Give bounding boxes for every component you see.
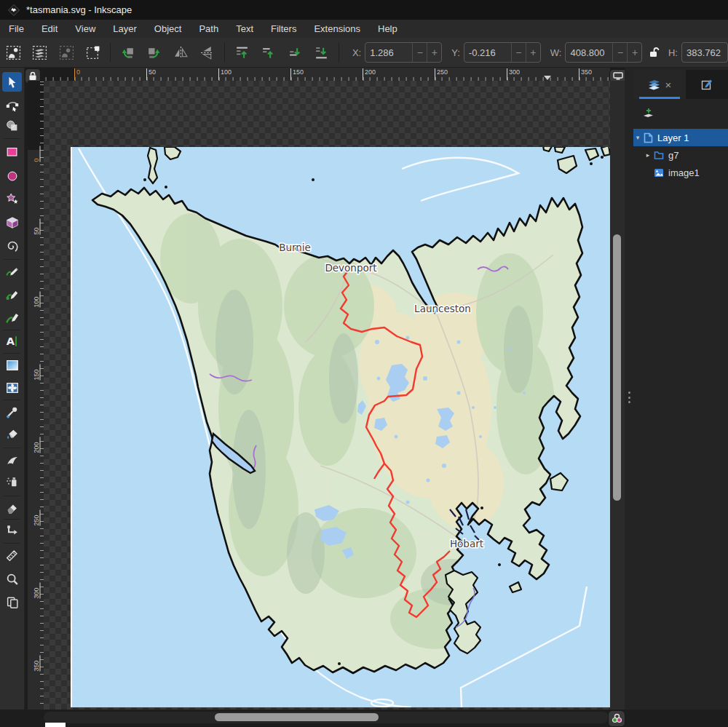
y-label: Y: — [451, 47, 460, 58]
height-input[interactable] — [682, 43, 728, 62]
toolbar-separator — [110, 43, 111, 62]
menu-help[interactable]: Help — [369, 20, 406, 38]
layer-doc-icon — [644, 132, 653, 143]
ruler-label: 350 — [579, 68, 592, 80]
tweak-tool-icon[interactable] — [2, 450, 22, 469]
layer-row-image1[interactable]: image1 — [633, 164, 728, 181]
lock-open-icon[interactable] — [644, 42, 664, 63]
ruler-cursor-marker — [544, 76, 551, 80]
canvas[interactable]: Burnie Devonport Launceston Hobart — [44, 81, 610, 710]
pages-tool-icon[interactable] — [2, 592, 22, 612]
ruler-label: 50 — [146, 68, 156, 80]
y-decrement-button[interactable]: − — [511, 43, 526, 62]
layer-label: g7 — [668, 150, 678, 161]
rectangle-tool-icon[interactable] — [2, 142, 22, 162]
svg-text:A: A — [6, 335, 15, 347]
x-increment-button[interactable]: + — [427, 43, 441, 62]
raise-icon[interactable] — [258, 42, 279, 63]
selection-frame-icon[interactable] — [83, 42, 103, 63]
tab-objects[interactable] — [686, 70, 728, 99]
menu-text[interactable]: Text — [227, 20, 262, 38]
rotate-ccw-icon[interactable] — [117, 42, 138, 63]
dropper-tool-icon[interactable] — [2, 402, 22, 421]
ellipse-tool-icon[interactable] — [2, 166, 22, 186]
menu-path[interactable]: Path — [190, 20, 227, 38]
menu-file[interactable]: File — [0, 20, 33, 38]
flip-vertical-icon[interactable] — [197, 42, 218, 63]
lower-icon[interactable] — [285, 42, 305, 63]
panel-divider[interactable] — [625, 68, 633, 710]
deselect-icon[interactable] — [57, 42, 77, 63]
ruler-label: 100 — [218, 68, 232, 80]
eraser-tool-icon[interactable] — [2, 498, 22, 517]
spiral-tool-icon[interactable] — [2, 236, 22, 255]
title-bar: *tasmania.svg - Inkscape — [0, 0, 728, 20]
menu-bar: File Edit View Layer Object Path Text Fi… — [0, 20, 728, 39]
connector-tool-icon[interactable] — [2, 521, 22, 541]
menu-filters[interactable]: Filters — [262, 20, 305, 38]
menu-view[interactable]: View — [66, 20, 104, 38]
select-all-layers-icon[interactable] — [30, 42, 50, 63]
node-editor-tool-icon[interactable] — [2, 94, 22, 114]
y-increment-button[interactable]: + — [526, 43, 540, 62]
w-decrement-button[interactable]: − — [612, 43, 627, 62]
panel-drag-handle-icon[interactable] — [627, 392, 631, 403]
menu-extensions[interactable]: Extensions — [305, 20, 369, 38]
layer-row-g7[interactable]: ▸ g7 — [633, 146, 728, 164]
horizontal-ruler[interactable]: 0 50 100 150 200 250 300 350 — [44, 68, 610, 81]
city-label-hobart: Hobart — [450, 538, 483, 549]
width-input[interactable] — [566, 43, 612, 62]
w-increment-button[interactable]: + — [627, 43, 641, 62]
measure-tool-icon[interactable] — [2, 545, 22, 565]
vertical-scrollbar-thumb[interactable] — [613, 234, 621, 501]
ruler-label: 250 — [435, 68, 448, 80]
menu-object[interactable]: Object — [146, 20, 191, 38]
raise-to-top-icon[interactable] — [232, 42, 252, 63]
vertical-ruler[interactable]: 0 50 100 150 200 250 300 350 — [28, 81, 44, 710]
selector-tool-icon[interactable] — [2, 72, 22, 92]
ruler-label: 350 — [33, 656, 41, 672]
ruler-label: 200 — [33, 437, 41, 453]
menu-edit[interactable]: Edit — [33, 20, 66, 38]
ruler-label: 250 — [33, 510, 41, 526]
zoom-tool-icon[interactable] — [2, 569, 22, 589]
paint-bucket-tool-icon[interactable] — [2, 424, 22, 444]
add-layer-button[interactable] — [639, 104, 658, 123]
menu-layer[interactable]: Layer — [104, 20, 146, 38]
calligraphy-tool-icon[interactable] — [2, 308, 22, 327]
text-tool-icon[interactable]: A — [2, 331, 22, 351]
ruler-label: 0 — [74, 68, 80, 80]
pen-tool-icon[interactable] — [2, 285, 22, 304]
lower-to-bottom-icon[interactable] — [312, 42, 332, 63]
pencil-tool-icon[interactable] — [2, 261, 22, 281]
toolbar-separator — [224, 43, 225, 62]
group-folder-icon — [654, 151, 664, 160]
city-label-devonport: Devonport — [325, 262, 376, 274]
horizontal-scrollbar[interactable] — [44, 712, 609, 723]
flip-horizontal-icon[interactable] — [170, 42, 191, 63]
y-input[interactable] — [464, 43, 511, 62]
caret-down-icon[interactable]: ▾ — [633, 134, 642, 141]
vertical-scrollbar[interactable] — [610, 81, 625, 710]
rotate-cw-icon[interactable] — [144, 42, 165, 63]
caret-right-icon[interactable]: ▸ — [644, 151, 652, 159]
ruler-label: 0 — [33, 146, 41, 162]
spray-tool-icon[interactable] — [2, 472, 22, 491]
star-tool-icon[interactable] — [2, 188, 22, 208]
ruler-label: 300 — [507, 68, 520, 80]
ruler-label: 300 — [33, 583, 41, 599]
tab-layers[interactable]: × — [633, 70, 686, 99]
gradient-tool-icon[interactable] — [2, 355, 22, 375]
ruler-label: 50 — [33, 219, 41, 235]
shape-builder-tool-icon[interactable] — [2, 116, 22, 135]
x-decrement-button[interactable]: − — [412, 43, 427, 62]
box-3d-tool-icon[interactable] — [2, 212, 22, 232]
mesh-gradient-tool-icon[interactable] — [2, 378, 22, 397]
select-all-icon[interactable] — [4, 42, 24, 63]
horizontal-scrollbar-thumb[interactable] — [215, 713, 379, 721]
document-page[interactable]: Burnie Devonport Launceston Hobart — [71, 147, 610, 707]
x-input[interactable] — [365, 43, 412, 62]
color-management-icon[interactable] — [608, 710, 625, 727]
layer-row-layer1[interactable]: ▾ Layer 1 — [633, 129, 728, 146]
close-icon[interactable]: × — [665, 79, 672, 91]
